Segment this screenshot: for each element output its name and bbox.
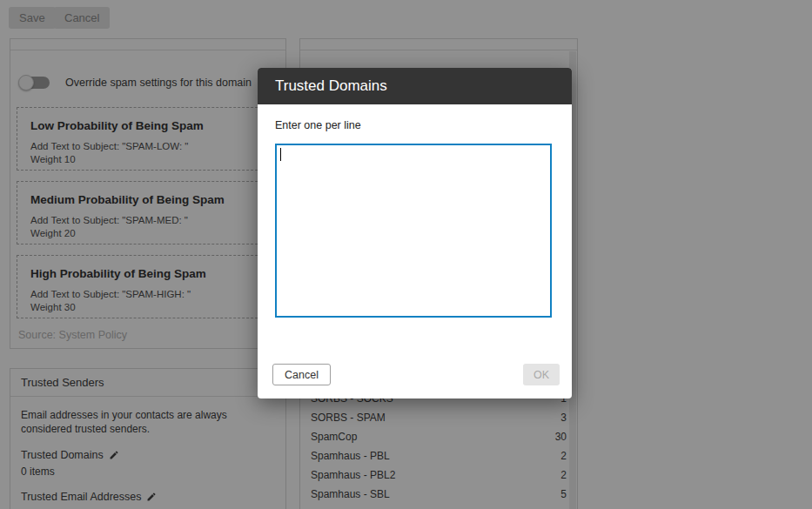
dialog-title: Trusted Domains [275,77,387,95]
dialog-instruction: Enter one per line [275,119,554,131]
dialog-header: Trusted Domains [258,68,572,104]
trusted-domains-dialog: Trusted Domains Enter one per line Cance… [258,68,572,398]
dialog-body: Enter one per line [258,104,572,364]
dialog-cancel-button[interactable]: Cancel [272,364,331,385]
dialog-footer: Cancel OK [258,364,572,398]
dialog-ok-button[interactable]: OK [523,364,560,385]
trusted-domains-textarea[interactable] [275,144,552,318]
text-cursor [280,148,281,161]
